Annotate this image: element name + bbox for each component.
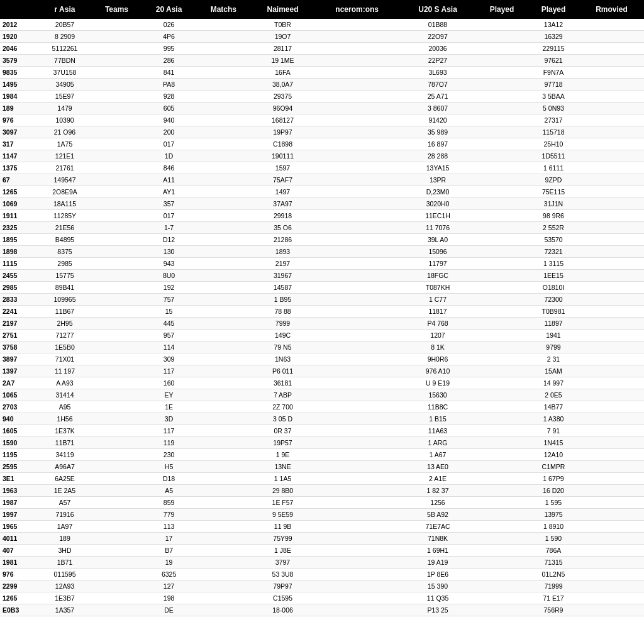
cell-r49-c5: 18-006 xyxy=(251,604,315,616)
cell-r7-c10 xyxy=(579,103,644,114)
cell-r23-c5: 1 B95 xyxy=(251,294,315,306)
cell-r11-c10 xyxy=(579,150,644,162)
cell-r40-c5: 1E F57 xyxy=(251,497,315,509)
cell-r36-c9: 12A10 xyxy=(528,449,579,461)
cell-r28-c8 xyxy=(476,353,528,365)
cell-r1-c9: 16329 xyxy=(528,31,579,43)
table-row: 16051E37K1170R 3711A637 91 xyxy=(0,425,644,437)
cell-r30-c10 xyxy=(579,377,644,389)
cell-r39-c2 xyxy=(92,485,142,497)
cell-r32-c0: 2703 xyxy=(0,401,38,413)
cell-r37-c5: 13NE xyxy=(251,461,315,473)
cell-r39-c0: 1963 xyxy=(0,485,38,497)
cell-r47-c1: 12A93 xyxy=(38,580,92,592)
cell-r4-c0: 9835 xyxy=(0,67,38,79)
table-row: 3171A75017C189816 89725H10 xyxy=(0,138,644,150)
cell-r19-c4 xyxy=(196,246,251,258)
cell-r47-c9: 71999 xyxy=(528,580,579,592)
cell-r19-c2 xyxy=(92,246,142,258)
cell-r11-c6 xyxy=(314,150,399,162)
cell-r36-c1: 34119 xyxy=(38,449,92,461)
cell-r12-c9: 1 6111 xyxy=(528,162,579,174)
cell-r23-c2 xyxy=(92,294,142,306)
cell-r44-c4 xyxy=(196,545,251,557)
cell-r23-c0: 2833 xyxy=(0,294,38,306)
cell-r31-c7: 15630 xyxy=(399,389,476,401)
cell-r32-c7: 11B8C xyxy=(399,401,476,413)
cell-r20-c7: 11797 xyxy=(399,258,476,270)
cell-r19-c3: 130 xyxy=(142,246,196,258)
cell-r33-c7: 1 B15 xyxy=(399,413,476,425)
table-row: 12652O8E9AAY11497D,23M075E115 xyxy=(0,186,644,198)
cell-r6-c0: 1984 xyxy=(0,91,38,103)
cell-r17-c9: 2 552R xyxy=(528,222,579,234)
cell-r46-c3: 6325 xyxy=(142,569,196,580)
cell-r18-c4 xyxy=(196,234,251,246)
cell-r5-c5: 38,0A7 xyxy=(251,79,315,91)
cell-r26-c3: 957 xyxy=(142,330,196,341)
cell-r41-c4 xyxy=(196,509,251,521)
cell-r6-c2 xyxy=(92,91,142,103)
cell-r22-c0: 2985 xyxy=(0,282,38,294)
cell-r6-c3: 928 xyxy=(142,91,196,103)
cell-r49-c0: E0B3 xyxy=(0,604,38,616)
cell-r9-c4 xyxy=(196,126,251,138)
cell-r3-c6 xyxy=(314,55,399,67)
cell-r33-c6 xyxy=(314,413,399,425)
table-row: 1895B4895D122128639L A053570 xyxy=(0,234,644,246)
cell-r28-c9: 2 31 xyxy=(528,353,579,365)
cell-r13-c8 xyxy=(476,174,528,186)
cell-r31-c4 xyxy=(196,389,251,401)
cell-r23-c9: 72300 xyxy=(528,294,579,306)
cell-r1-c5: 19O7 xyxy=(251,31,315,43)
cell-r6-c10 xyxy=(579,91,644,103)
cell-r11-c7: 28 288 xyxy=(399,150,476,162)
data-table: r AsiaTeams20 AsiaMatchsNaimeedncerom:on… xyxy=(0,0,644,616)
table-row: 106531414EY7 ABP156302 0E5 xyxy=(0,389,644,401)
cell-r46-c6 xyxy=(314,569,399,580)
cell-r12-c0: 1375 xyxy=(0,162,38,174)
cell-r20-c9: 1 3115 xyxy=(528,258,579,270)
cell-r34-c8 xyxy=(476,425,528,437)
cell-r3-c8 xyxy=(476,55,528,67)
cell-r37-c4 xyxy=(196,461,251,473)
cell-r28-c1: 71X01 xyxy=(38,353,92,365)
table-row: 2A7A A9316036181U 9 E1914 997 xyxy=(0,377,644,389)
cell-r31-c3: EY xyxy=(142,389,196,401)
cell-r31-c6 xyxy=(314,389,399,401)
cell-r25-c0: 2197 xyxy=(0,318,38,330)
cell-r17-c6 xyxy=(314,222,399,234)
cell-r11-c0: 1147 xyxy=(0,150,38,162)
cell-r25-c2 xyxy=(92,318,142,330)
cell-r35-c2 xyxy=(92,437,142,449)
cell-r23-c3: 757 xyxy=(142,294,196,306)
column-header-7: U20 S Asia xyxy=(399,0,476,19)
table-row: 28331099657571 B951 C7772300 xyxy=(0,294,644,306)
cell-r48-c6 xyxy=(314,592,399,604)
cell-r32-c8 xyxy=(476,401,528,413)
cell-r41-c7: 5B A92 xyxy=(399,509,476,521)
table-row: 106918A11535737A973020H031J1N xyxy=(0,198,644,210)
cell-r47-c4 xyxy=(196,580,251,592)
cell-r19-c7: 15096 xyxy=(399,246,476,258)
cell-r25-c5: 7999 xyxy=(251,318,315,330)
cell-r46-c10 xyxy=(579,569,644,580)
cell-r38-c1: 6A25E xyxy=(38,473,92,485)
table-row: 983537U15884116FA3L693F9N7A xyxy=(0,67,644,79)
cell-r24-c9: T0B981 xyxy=(528,306,579,318)
cell-r3-c0: 3579 xyxy=(0,55,38,67)
cell-r38-c6 xyxy=(314,473,399,485)
cell-r17-c2 xyxy=(92,222,142,234)
cell-r30-c4 xyxy=(196,377,251,389)
cell-r44-c2 xyxy=(92,545,142,557)
cell-r13-c6 xyxy=(314,174,399,186)
cell-r19-c8 xyxy=(476,246,528,258)
cell-r43-c5: 75Y99 xyxy=(251,533,315,545)
cell-r22-c5: 14587 xyxy=(251,282,315,294)
cell-r41-c3: 779 xyxy=(142,509,196,521)
cell-r27-c0: 3758 xyxy=(0,341,38,353)
cell-r2-c9: 229115 xyxy=(528,43,579,55)
cell-r21-c0: 2455 xyxy=(0,270,38,282)
table-row: 21972H954457999P4 76811897 xyxy=(0,318,644,330)
cell-r2-c0: 2046 xyxy=(0,43,38,55)
